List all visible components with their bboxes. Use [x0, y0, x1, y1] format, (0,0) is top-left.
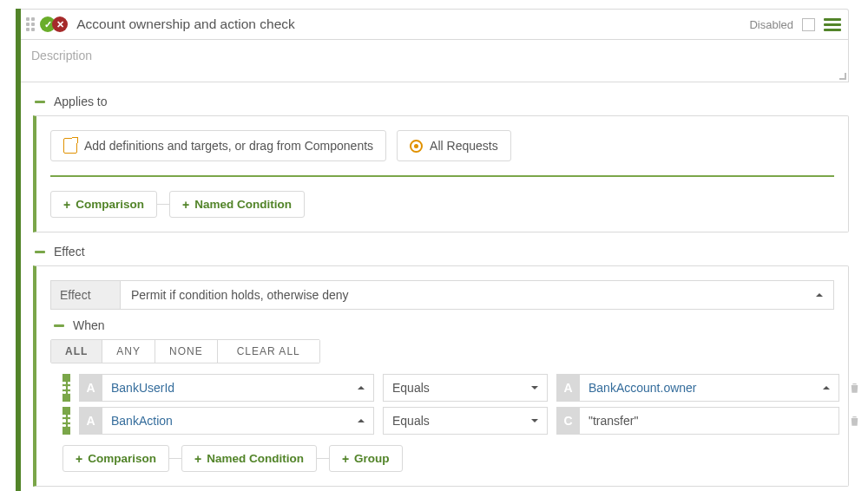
tab-any[interactable]: ANY [102, 340, 155, 363]
policy-menu-button[interactable] [824, 18, 841, 31]
plus-icon: + [342, 453, 349, 465]
effect-section: Effect Effect Permit if condition holds,… [21, 245, 849, 487]
button-connector [317, 458, 329, 459]
policy-header: ✓ ✕ Account ownership and action check D… [21, 9, 849, 40]
logic-tabs: ALL ANY NONE CLEAR ALL [50, 339, 320, 363]
add-comparison-button[interactable]: + Comparison [62, 445, 169, 472]
caret-down-icon [531, 419, 538, 422]
collapse-toggle-icon[interactable] [35, 101, 45, 103]
plus-icon: + [76, 453, 82, 465]
all-requests-button[interactable]: All Requests [397, 130, 511, 161]
condition-drag-handle[interactable] [62, 407, 70, 435]
definitions-dropzone[interactable]: Add definitions and targets, or drag fro… [50, 130, 386, 161]
caret-up-icon [358, 419, 365, 422]
condition-drag-handle[interactable] [62, 374, 70, 402]
target-icon [410, 140, 423, 153]
condition-left-field[interactable]: A BankAction [79, 407, 374, 435]
collapse-toggle-icon[interactable] [35, 251, 45, 253]
condition-operator-value: Equals [392, 414, 430, 428]
condition-left-value: BankUserId [111, 381, 174, 395]
when-label: When [73, 318, 105, 332]
add-comparison-button[interactable]: + Comparison [50, 191, 157, 218]
applies-to-section: Applies to Add definitions and targets, … [21, 95, 849, 232]
resize-handle-icon[interactable] [836, 69, 846, 80]
policy-title: Account ownership and action check [76, 16, 295, 32]
section-divider [50, 175, 834, 177]
button-connector [157, 204, 169, 205]
add-group-button[interactable]: + Group [329, 445, 403, 472]
condition-operator-value: Equals [392, 381, 430, 395]
caret-up-icon [816, 293, 823, 297]
applies-to-title: Applies to [54, 95, 107, 108]
add-named-condition-button[interactable]: + Named Condition [181, 445, 317, 472]
caret-up-icon [358, 386, 365, 390]
plus-icon: + [63, 199, 70, 211]
caret-up-icon [823, 386, 830, 390]
condition-right-field[interactable]: C "transfer" [556, 407, 839, 435]
attribute-type-badge: A [557, 375, 580, 401]
effect-section-title: Effect [54, 245, 85, 259]
attribute-type-badge: A [80, 408, 102, 434]
tab-none[interactable]: NONE [155, 340, 218, 363]
effect-selected-value: Permit if condition holds, otherwise den… [131, 288, 349, 302]
caret-down-icon [531, 386, 538, 390]
condition-right-field[interactable]: A BankAccount.owner [556, 374, 839, 402]
drag-handle-icon[interactable] [26, 17, 35, 31]
add-named-condition-button[interactable]: + Named Condition [169, 191, 305, 218]
document-icon [63, 138, 77, 154]
permit-deny-icon: ✓ ✕ [40, 16, 68, 32]
delete-condition-button[interactable] [848, 374, 861, 402]
when-block: When ALL ANY NONE CLEAR ALL A [50, 318, 834, 472]
plus-icon: + [182, 199, 189, 211]
effect-label: Effect [51, 281, 121, 309]
disabled-checkbox[interactable] [802, 18, 815, 31]
condition-left-value: BankAction [111, 414, 173, 428]
condition-row: A BankAction Equals C "transfer" [62, 407, 834, 435]
definitions-drop-hint: Add definitions and targets, or drag fro… [84, 139, 373, 153]
policy-block: ✓ ✕ Account ownership and action check D… [16, 9, 849, 491]
attribute-type-badge: A [80, 375, 102, 401]
collapse-toggle-icon[interactable] [54, 324, 64, 327]
description-input[interactable]: Description [21, 40, 849, 82]
tab-clear-all[interactable]: CLEAR ALL [218, 340, 319, 363]
effect-select[interactable]: Permit if condition holds, otherwise den… [121, 281, 833, 309]
condition-operator-select[interactable]: Equals [383, 407, 548, 435]
plus-icon: + [194, 453, 201, 465]
disabled-label: Disabled [749, 18, 793, 31]
condition-right-value: "transfer" [589, 414, 638, 428]
constant-type-badge: C [557, 408, 580, 434]
delete-condition-button[interactable] [848, 407, 861, 435]
condition-left-field[interactable]: A BankUserId [79, 374, 374, 402]
effect-select-row: Effect Permit if condition holds, otherw… [50, 280, 834, 310]
tab-all[interactable]: ALL [51, 340, 102, 363]
condition-row: A BankUserId Equals A BankAccount.own [62, 374, 834, 402]
button-connector [169, 458, 181, 459]
all-requests-label: All Requests [430, 139, 498, 153]
condition-operator-select[interactable]: Equals [383, 374, 548, 402]
description-placeholder: Description [31, 49, 92, 62]
deny-icon: ✕ [52, 16, 68, 32]
condition-right-value: BankAccount.owner [589, 381, 697, 395]
